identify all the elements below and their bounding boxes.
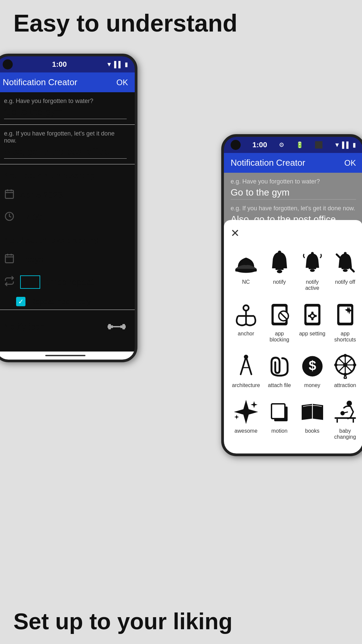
notify-active-icon [299,250,326,276]
nc-icon [233,250,259,276]
money-icon-cell[interactable]: $ money [298,350,327,392]
repeat-checkbox[interactable]: ✓ [16,297,25,306]
svg-text:$: $ [308,358,316,373]
signal2-icon: ▌▌ [342,142,351,149]
modal-close-button[interactable]: ✕ [231,227,356,239]
left-status-icons: ▼ ▌▌ ▮ [106,61,128,68]
app-setting-icon [299,301,326,328]
title-value: Go to the gym [4,107,127,119]
left-status-time: 1:00 [52,60,67,69]
body-hint: e.g. If you have forgotten, let's get it… [4,130,127,144]
attraction-icon [332,353,359,380]
svg-rect-19 [276,268,284,270]
right-status-time: 1:00 [252,141,267,149]
notify-off-label: notify off [335,279,355,285]
svg-rect-41 [311,318,313,320]
left-notif-dot [3,59,13,69]
left-screen-content: e.g. Have you forgotten to water? Go to … [0,92,135,352]
attach-file-icon-cell[interactable]: attach file [265,350,294,392]
app-blocking-label: app blocking [266,331,293,343]
app-shortcuts-icon-cell[interactable]: app shortcuts [330,298,360,346]
motion-icon [266,398,293,425]
attraction-label: attraction [334,382,356,388]
app-setting-label: app setting [299,331,325,337]
attraction-icon-cell[interactable]: attraction [330,350,360,392]
right-phone: 1:00 ⚙ 🔋 ▼ ▌▌ ▮ Notification Creator OK … [221,134,362,456]
right-notif-dot [231,140,241,150]
wifi2-icon: ▼ [334,142,340,149]
cycle-section: Notification cycle setting 1days [0,229,135,310]
right-status-icons: ▼ ▌▌ ▮ [334,141,356,149]
repeat-icon [4,276,15,289]
attach-file-icon [266,353,293,380]
cycle-section-title: Notification cycle setting [0,229,135,248]
repeat-row[interactable]: times repeat [0,271,135,293]
architecture-icon-cell[interactable]: architecture [231,350,261,392]
body-field[interactable]: e.g. If you have forgotten, let's get it… [0,125,135,164]
svg-point-62 [334,363,338,367]
svg-point-60 [344,354,347,357]
right-camera [315,141,322,149]
app-shortcuts-icon [332,301,359,328]
svg-point-24 [344,252,347,255]
svg-rect-17 [235,269,257,272]
repeat-label: Repeat indefinitely [30,297,91,306]
battery-icon: ▮ [125,61,128,68]
svg-rect-43 [314,315,316,317]
notify-active-label: notify active [299,279,326,291]
date-row[interactable]: Apr 5 2023 [0,184,135,206]
notify-icon-cell[interactable]: notify [265,246,294,294]
anchor-icon [233,301,259,328]
svg-rect-14 [108,325,109,328]
motion-icon-cell[interactable]: motion [265,395,294,443]
body-value: Also, go to the post office [4,146,127,159]
awesome-icon-cell[interactable]: awesome [231,395,261,443]
awesome-icon [233,398,259,425]
left-ok-button[interactable]: OK [116,78,128,87]
svg-rect-12 [113,326,120,327]
notify-active-icon-cell[interactable]: notify active [298,246,327,294]
app-blocking-icon-cell[interactable]: app blocking [265,298,294,346]
books-label: books [305,428,319,434]
svg-rect-0 [5,190,13,198]
right-ok-button[interactable]: OK [344,158,356,168]
anchor-icon-cell[interactable]: anchor [231,298,261,346]
notify-bell-icon [266,250,293,276]
books-icon-cell[interactable]: books [298,395,327,443]
motion-label: motion [272,428,288,434]
repeat-indefinitely-row[interactable]: ✓ Repeat indefinitely [0,293,135,310]
date-value: Apr 5 2023 [20,190,63,200]
svg-point-26 [343,269,347,272]
baby-changing-icon-cell[interactable]: baby changing [330,395,360,443]
svg-rect-15 [124,325,126,328]
left-status-bar: 1:00 ▼ ▌▌ ▮ [0,56,135,72]
time-section: Notification time setting Apr 5 2023 [0,164,135,229]
time-value: 17:00 [20,212,42,223]
svg-point-74 [347,400,352,406]
notify-off-icon-cell[interactable]: notify off [330,246,360,294]
notify-icon-section[interactable]: Notify icon [0,310,135,343]
title-field[interactable]: e.g. Have you forgotten to water? Go to … [0,92,135,125]
svg-rect-40 [311,312,313,314]
times-input[interactable] [20,275,40,289]
battery3-icon: ▮ [353,141,356,149]
nc-label: NC [242,279,250,285]
notify-icon-image [107,317,127,337]
app-shortcuts-label: app shortcuts [332,331,359,343]
nc-icon-cell[interactable]: NC [231,246,261,294]
right-status-bar: 1:00 ⚙ 🔋 ▼ ▌▌ ▮ [224,137,362,153]
cycle-days-row[interactable]: 1days [0,248,135,271]
notify-icon-label: Notify icon [4,322,45,332]
money-icon: $ [299,353,326,380]
app-setting-icon-cell[interactable]: app setting [298,298,327,346]
money-label: money [304,382,320,388]
notify-label: notify [273,279,286,285]
svg-rect-5 [5,255,13,263]
left-phone: 1:00 ▼ ▌▌ ▮ Notification Creator OK e.g.… [0,54,137,362]
svg-rect-71 [272,404,285,419]
bottom-heading: Set up to your liking [0,602,362,644]
notify-off-icon [332,250,359,276]
baby-changing-label: baby changing [332,428,359,440]
time-row[interactable]: 17:00 [0,206,135,229]
svg-point-39 [311,315,314,317]
